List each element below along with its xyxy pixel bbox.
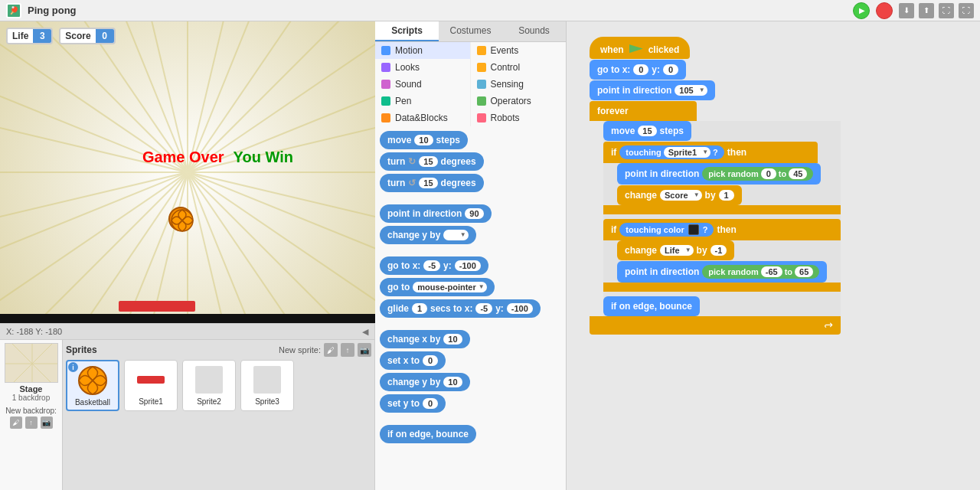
block-point-rand1[interactable]: point in direction pick random 0 to 45 [617, 163, 821, 185]
block-turn-cw-degrees[interactable]: 15 [419, 156, 437, 167]
category-data[interactable]: Data&Blocks [375, 109, 470, 126]
move-steps[interactable]: 15 [638, 126, 656, 136]
block-point-rand2[interactable]: point in direction pick random -65 to 65 [617, 261, 827, 283]
block-set-y[interactable]: set y to 0 [380, 394, 446, 413]
stage-canvas[interactable]: Life 3 Score 0 Game Over You Win [0, 21, 375, 324]
if-touching-header[interactable]: if touching Sprite1 ? then [603, 142, 818, 163]
forever-header[interactable]: forever [590, 101, 697, 121]
sprite-item-basketball[interactable]: i Basketball [66, 360, 119, 411]
main-content: Life 3 Score 0 Game Over You Win [0, 21, 980, 490]
category-operators[interactable]: Operators [471, 93, 567, 109]
category-robots[interactable]: Robots [471, 109, 567, 126]
stage-thumbnail[interactable]: Stage 1 backdrop New backdrop: 🖌 ↑ 📷 [0, 340, 63, 490]
sprite-item-sprite2[interactable]: Sprite2 [182, 360, 236, 411]
spacer-2 [603, 292, 841, 296]
score-var-dropdown[interactable]: Score [660, 190, 702, 201]
category-pen[interactable]: Pen [375, 93, 470, 109]
block-set-x-val[interactable]: 0 [423, 355, 438, 366]
toolbar-icon-1[interactable]: ⬇ [899, 3, 914, 18]
category-control[interactable]: Control [471, 59, 567, 76]
tab-scripts[interactable]: Scripts [375, 21, 439, 41]
block-goto-pointer-dropdown[interactable]: mouse-pointer [413, 282, 486, 292]
block-goto-xy[interactable]: go to x: -5 y: -100 [380, 256, 488, 275]
block-goto-pointer[interactable]: go to mouse-pointer [380, 278, 495, 296]
category-events[interactable]: Events [471, 42, 567, 59]
rand1-from[interactable]: 0 [761, 168, 776, 179]
script-area[interactable]: when clicked go to x: 0 y: 0 point in di… [567, 21, 980, 490]
block-glide-x[interactable]: -5 [475, 303, 492, 314]
score-val[interactable]: 1 [719, 190, 734, 201]
if-color-header[interactable]: if touching color ? then [603, 219, 841, 240]
block-glide-y[interactable]: -100 [507, 303, 533, 314]
blocks-list: move 10 steps turn ↻ 15 degrees turn ↺ 1… [375, 126, 566, 490]
toolbar-icon-2[interactable]: ⬆ [919, 3, 934, 18]
rand2-to[interactable]: 65 [795, 266, 813, 277]
block-set-x[interactable]: set x to 0 [380, 351, 446, 370]
block-point-towards[interactable]: change y by [380, 226, 476, 244]
block-change-life[interactable]: change Life by -1 [617, 240, 734, 260]
block-change-y-val[interactable]: 10 [443, 377, 462, 387]
category-operators-label: Operators [491, 96, 531, 106]
block-turn-ccw[interactable]: turn ↺ 15 degrees [380, 174, 484, 192]
camera-sprite-icon[interactable]: 📷 [358, 343, 371, 357]
sprites-panel: Stage 1 backdrop New backdrop: 🖌 ↑ 📷 Spr… [0, 339, 374, 490]
block-move-15[interactable]: move 15 steps [603, 121, 691, 141]
block-turn-cw[interactable]: turn ↻ 15 degrees [380, 152, 484, 171]
paint-sprite-icon[interactable]: 🖌 [324, 343, 338, 357]
block-change-x-val[interactable]: 10 [443, 334, 462, 345]
block-change-score[interactable]: change Score by 1 [617, 185, 742, 205]
tab-sounds[interactable]: Sounds [502, 21, 566, 41]
stop-button[interactable] [876, 2, 893, 19]
upload-backdrop-icon[interactable]: ↑ [25, 416, 38, 429]
point-dir-text: point in direction [597, 85, 671, 96]
rand1-to[interactable]: 45 [789, 168, 807, 179]
tab-costumes[interactable]: Costumes [439, 21, 502, 41]
ground-line [0, 314, 375, 323]
when-label: when [600, 44, 624, 55]
block-set-y-val[interactable]: 0 [423, 398, 438, 409]
block-if-edge[interactable]: if on edge, bounce [380, 425, 476, 443]
hat-block-when-clicked[interactable]: when clicked [590, 37, 690, 59]
toolbar-icon-4[interactable]: ⛶ [959, 3, 974, 18]
block-goto-x[interactable]: -5 [423, 260, 440, 271]
block-goto-y[interactable]: -100 [455, 260, 481, 271]
block-move[interactable]: move 10 steps [380, 131, 468, 149]
block-glide-secs[interactable]: 1 [412, 303, 427, 314]
paint-backdrop-icon[interactable]: 🖌 [10, 416, 22, 429]
rand2-from[interactable]: -65 [761, 266, 782, 277]
block-goto-zero[interactable]: go to x: 0 y: 0 [590, 60, 686, 80]
script-canvas: when clicked go to x: 0 y: 0 point in di… [567, 21, 980, 490]
toolbar-icon-3[interactable]: ⛶ [939, 3, 954, 18]
camera-backdrop-icon[interactable]: 📷 [41, 416, 53, 429]
block-point-direction[interactable]: point in direction 90 [380, 204, 492, 223]
sprite-item-sprite1[interactable]: Sprite1 [124, 360, 178, 411]
sprite-add-icons: 🖌 ↑ 📷 [324, 343, 371, 357]
green-flag-button[interactable] [853, 2, 870, 19]
goto-y0[interactable]: 0 [663, 64, 678, 75]
category-motion[interactable]: Motion [375, 42, 470, 59]
category-looks[interactable]: Looks [375, 59, 470, 76]
point-dir-val[interactable]: 105 [675, 85, 707, 96]
block-glide[interactable]: glide 1 secs to x: -5 y: -100 [380, 299, 541, 318]
touching-sprite-dropdown[interactable]: Sprite1 [664, 147, 710, 158]
block-point-dir-105[interactable]: point in direction 105 [590, 80, 715, 100]
pick-random-2-text: pick random [708, 267, 758, 276]
block-change-x[interactable]: change x by 10 [380, 330, 470, 348]
point-dir2-text: point in direction [625, 168, 699, 179]
life-var-dropdown[interactable]: Life [660, 245, 694, 256]
script-stack: when clicked go to x: 0 y: 0 point in di… [590, 37, 841, 335]
block-point-dir-val[interactable]: 90 [465, 208, 483, 219]
block-move-steps[interactable]: 10 [414, 135, 433, 145]
block-turn-ccw-degrees[interactable]: 15 [419, 178, 437, 188]
block-point-towards-dropdown[interactable] [443, 230, 468, 240]
block-turn-cw-text: turn [387, 156, 405, 167]
expand-icon[interactable]: ◀ [362, 327, 368, 337]
category-sensing[interactable]: Sensing [471, 76, 567, 93]
block-change-y[interactable]: change y by 10 [380, 373, 470, 391]
life-val[interactable]: -1 [710, 245, 727, 256]
goto-x0[interactable]: 0 [633, 64, 648, 75]
sprite-item-sprite3[interactable]: Sprite3 [240, 360, 294, 411]
category-sound[interactable]: Sound [375, 76, 470, 93]
block-edge-bounce[interactable]: if on edge, bounce [603, 296, 700, 316]
upload-sprite-icon[interactable]: ↑ [341, 343, 354, 357]
